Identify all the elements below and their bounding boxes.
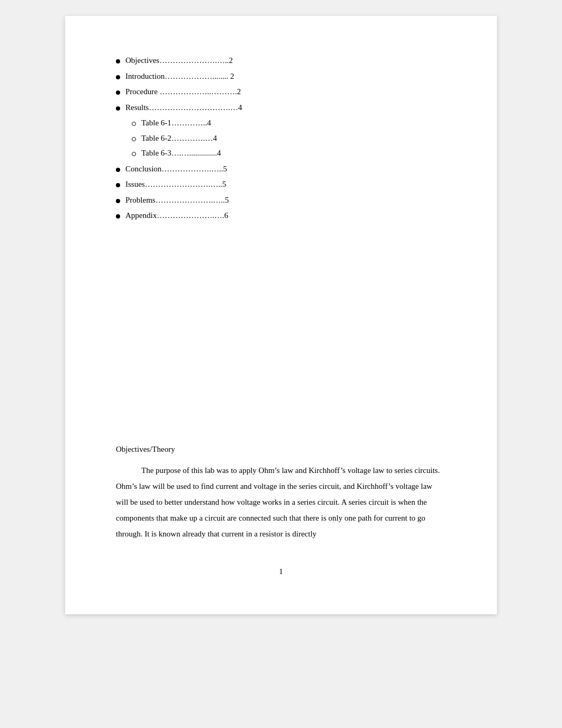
toc-sub-entry-text: Table 6-2………….…4: [141, 132, 446, 145]
toc-entry-text: Results………………………….…4: [125, 101, 446, 115]
toc-item: Appendix………………….….6: [116, 209, 446, 223]
toc-entry-text: Problems………………….…..5: [125, 194, 446, 207]
toc-sub-bullet: [132, 152, 136, 156]
toc-bullet: [116, 90, 120, 95]
toc-bullet: [116, 168, 120, 172]
toc-bullet: [116, 183, 120, 187]
toc-bullet: [116, 75, 120, 79]
toc-entry-text: Introduction………………........ 2: [125, 70, 446, 84]
toc-item: Objectives………………….…..2: [116, 54, 446, 68]
toc-sub-wrapper: Table 6-1…………..4Table 6-2………….…4Table 6-…: [116, 116, 446, 160]
toc-sub-bullet: [132, 137, 136, 141]
toc-entry-text: Conclusion……………….…..5: [125, 162, 446, 176]
toc-bullet: [116, 59, 120, 63]
toc-sub-bullet: [132, 122, 136, 126]
toc-sub-item: Table 6-3….…..............4: [132, 147, 446, 160]
toc-entry-text: Objectives………………….…..2: [125, 54, 446, 68]
toc-item: Procedure ………………..……….2: [116, 85, 446, 99]
body-paragraph: The purpose of this lab was to apply Ohm…: [116, 462, 446, 542]
toc-item: Conclusion……………….…..5: [116, 162, 446, 176]
toc-bullet: [116, 214, 120, 219]
toc-entry-text: Appendix………………….….6: [125, 209, 446, 223]
toc-bullet: [116, 106, 120, 111]
toc-sub-item: Table 6-2………….…4: [132, 132, 446, 145]
toc-sub-entry-text: Table 6-3….…..............4: [141, 147, 446, 160]
toc-item: Introduction………………........ 2: [116, 70, 446, 84]
toc-item: Problems………………….…..5: [116, 194, 446, 207]
toc-sub-item: Table 6-1…………..4: [132, 116, 446, 130]
toc-item: Results………………………….…4: [116, 101, 446, 115]
objectives-heading: Objectives/Theory: [116, 445, 446, 454]
toc-entry-text: Issues…………………….…..5: [125, 178, 446, 192]
toc-section: Objectives………………….…..2Introduction…………………: [116, 54, 446, 223]
toc-sub-list: Table 6-1…………..4Table 6-2………….…4Table 6-…: [132, 116, 446, 160]
toc-item: Issues…………………….…..5: [116, 178, 446, 192]
toc-list: Objectives………………….…..2Introduction…………………: [116, 54, 446, 223]
toc-sub-entry-text: Table 6-1…………..4: [141, 116, 446, 130]
toc-bullet: [116, 199, 120, 203]
page-number: 1: [116, 567, 446, 576]
page: Objectives………………….…..2Introduction…………………: [65, 16, 497, 614]
toc-entry-text: Procedure ………………..……….2: [125, 85, 446, 99]
